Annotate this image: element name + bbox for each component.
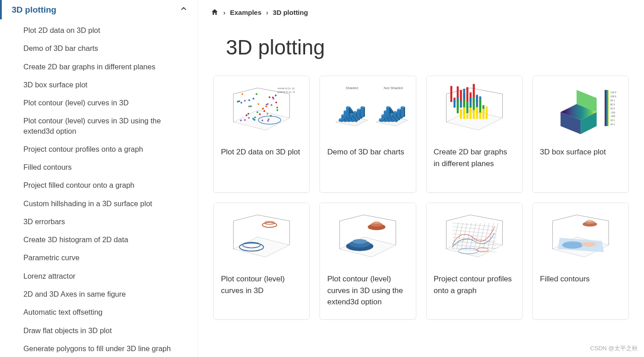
svg-point-31 xyxy=(265,105,267,107)
svg-point-278 xyxy=(562,241,583,249)
svg-rect-202 xyxy=(479,99,481,113)
svg-rect-206 xyxy=(466,113,468,119)
gallery-card-title: 3D box surface plot xyxy=(533,144,628,166)
sidebar-item[interactable]: Plot contour (level) curves in 3D using … xyxy=(23,112,198,140)
svg-rect-182 xyxy=(466,87,468,102)
sidebar-item[interactable]: Custom hillshading in a 3D surface plot xyxy=(23,194,198,212)
gallery-thumb: Shaded Not Shaded xyxy=(320,76,415,144)
svg-rect-208 xyxy=(473,110,474,119)
svg-point-26 xyxy=(248,113,249,114)
gallery-card[interactable]: Plot contour (level) curves in 3D xyxy=(213,203,310,320)
svg-line-265 xyxy=(452,234,496,238)
svg-point-30 xyxy=(257,103,259,105)
svg-point-28 xyxy=(252,117,254,119)
sidebar-item[interactable]: Project filled contour onto a graph xyxy=(23,176,198,194)
svg-line-276 xyxy=(576,215,608,221)
breadcrumb-current: 3D plotting xyxy=(273,9,308,16)
svg-point-243 xyxy=(352,239,367,244)
sidebar-item[interactable]: Filled contours xyxy=(23,158,198,176)
gallery-thumb: 118.4106.694.182.352.5-150-45022.144.1 xyxy=(533,76,628,144)
svg-rect-193 xyxy=(476,95,477,108)
svg-rect-217 xyxy=(604,90,608,126)
svg-point-32 xyxy=(267,103,269,105)
svg-point-29 xyxy=(269,96,270,98)
svg-point-17 xyxy=(267,120,269,122)
svg-text:points in (x, z): points in (x, z) xyxy=(278,90,295,93)
svg-text:22.1: 22.1 xyxy=(610,119,615,122)
svg-marker-102 xyxy=(353,112,356,117)
svg-rect-198 xyxy=(466,102,468,113)
svg-rect-204 xyxy=(460,108,462,118)
svg-line-251 xyxy=(470,215,502,221)
svg-point-25 xyxy=(277,109,279,111)
svg-point-19 xyxy=(252,98,254,99)
svg-marker-169 xyxy=(401,107,404,117)
svg-marker-157 xyxy=(386,107,389,117)
svg-rect-212 xyxy=(486,106,487,119)
gallery-thumb xyxy=(533,203,628,271)
svg-marker-227 xyxy=(234,237,290,257)
svg-point-40 xyxy=(250,105,252,107)
breadcrumb-home[interactable] xyxy=(211,8,219,16)
sidebar-item[interactable]: Automatic text offsetting xyxy=(23,303,198,321)
svg-text:106.6: 106.6 xyxy=(610,95,616,97)
svg-point-13 xyxy=(248,117,250,118)
breadcrumb-examples[interactable]: Examples xyxy=(230,9,261,16)
sidebar-item[interactable]: Draw flat objects in 3D plot xyxy=(23,321,198,339)
svg-point-34 xyxy=(237,100,239,102)
svg-point-11 xyxy=(246,114,248,116)
breadcrumb-sep-icon: › xyxy=(223,9,225,16)
sidebar-item[interactable]: 3D errorbars xyxy=(23,212,198,230)
svg-marker-96 xyxy=(346,107,349,117)
sidebar-item[interactable]: 3D box surface plot xyxy=(23,76,198,94)
svg-point-9 xyxy=(256,93,257,95)
svg-rect-191 xyxy=(469,97,471,107)
sidebar-item[interactable]: Generate polygons to fill under 3D line … xyxy=(23,339,198,357)
gallery-thumb xyxy=(214,203,309,271)
sidebar-item[interactable]: 2D and 3D Axes in same figure xyxy=(23,285,198,303)
svg-point-44 xyxy=(266,113,268,114)
sidebar-item[interactable]: Plot contour (level) curves in 3D xyxy=(23,94,198,112)
sidebar-item[interactable]: Demo of 3D bar charts xyxy=(23,39,198,57)
sidebar-item[interactable]: Lorenz attractor xyxy=(23,267,198,285)
sidebar-item[interactable]: Parametric curve xyxy=(23,249,198,267)
gallery-card[interactable]: Shaded Not Shaded Demo of 3D bar charts xyxy=(320,76,416,193)
svg-text:118.4: 118.4 xyxy=(610,91,616,94)
svg-marker-163 xyxy=(393,112,396,117)
gallery-card[interactable]: Plot contour (level) curves in 3D using … xyxy=(320,203,416,320)
svg-line-176 xyxy=(470,88,502,94)
svg-line-231 xyxy=(257,215,289,221)
svg-point-37 xyxy=(263,110,265,112)
gallery-card[interactable]: Project contour profiles onto a graph xyxy=(426,203,522,320)
svg-point-35 xyxy=(244,119,246,121)
svg-point-27 xyxy=(268,118,270,120)
gallery-thumb xyxy=(320,203,415,271)
svg-marker-142 xyxy=(384,111,387,119)
sidebar-item[interactable]: Create 2D bar graphs in different planes xyxy=(23,58,198,76)
gallery-card[interactable]: Create 2D bar graphs in different planes xyxy=(426,76,522,193)
svg-point-22 xyxy=(273,98,275,99)
svg-marker-170 xyxy=(404,107,405,117)
breadcrumb: › Examples › 3D plotting xyxy=(211,8,631,16)
svg-text:-150: -150 xyxy=(610,111,615,113)
sidebar-item[interactable]: Project contour profiles onto a graph xyxy=(23,140,198,158)
sidebar-item[interactable]: Create 3D histogram of 2D data xyxy=(23,230,198,249)
breadcrumb-sep-icon: › xyxy=(266,9,268,16)
svg-text:Not Shaded: Not Shaded xyxy=(384,86,403,90)
svg-rect-195 xyxy=(456,99,458,113)
svg-point-282 xyxy=(587,219,592,221)
svg-line-3 xyxy=(234,88,258,94)
svg-point-18 xyxy=(261,119,263,121)
svg-rect-209 xyxy=(476,107,477,119)
svg-point-5 xyxy=(259,113,261,115)
sidebar-item[interactable]: Plot 2D data on 3D plot xyxy=(23,21,198,39)
sidebar-scroll[interactable]: 3D plotting Plot 2D data on 3D plotDemo … xyxy=(0,0,198,357)
gallery-card[interactable]: 118.4106.694.182.352.5-150-45022.144.1 3… xyxy=(532,76,629,193)
gallery-card-title: Plot contour (level) curves in 3D xyxy=(214,271,309,304)
gallery-card[interactable]: curve in (x, y) points in (x, z) Plot 2D… xyxy=(213,76,310,193)
svg-point-279 xyxy=(581,242,596,247)
gallery-card[interactable]: Filled contours xyxy=(532,203,629,320)
gallery-card-title: Filled contours xyxy=(533,271,628,293)
svg-point-42 xyxy=(275,95,277,96)
sidebar-section-header[interactable]: 3D plotting xyxy=(0,0,198,19)
